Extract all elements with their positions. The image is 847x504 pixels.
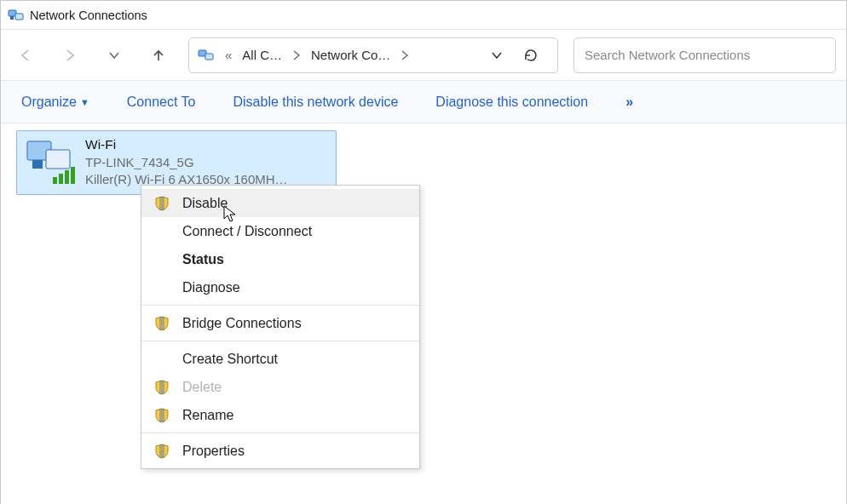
address-bar[interactable]: « All C… Network Co… (188, 37, 558, 73)
svg-rect-1 (15, 14, 23, 20)
diagnose-connection-button[interactable]: Diagnose this connection (435, 94, 588, 110)
menu-separator (141, 432, 419, 433)
svg-rect-2 (10, 16, 14, 20)
adapter-name: Wi-Fi (85, 136, 288, 154)
menu-item-connect-disconnect[interactable]: Connect / Disconnect (141, 217, 419, 245)
breadcrumb-seg-2[interactable]: Network Co… (309, 48, 392, 62)
content-area[interactable]: Wi-Fi TP-LINK_7434_5G Killer(R) Wi-Fi 6 … (1, 123, 846, 504)
connect-to-button[interactable]: Connect To (127, 94, 196, 110)
menu-item-rename[interactable]: Rename (141, 401, 419, 429)
network-connections-window: Network Connections « All C… (0, 0, 847, 504)
window-title: Network Connections (30, 9, 147, 22)
svg-rect-6 (46, 150, 70, 169)
svg-rect-4 (205, 54, 213, 60)
shield-icon (153, 443, 170, 460)
refresh-icon (523, 48, 539, 63)
menu-item-label: Properties (182, 444, 245, 459)
menu-item-label: Diagnose (182, 280, 240, 295)
adapter-ssid: TP-LINK_7434_5G (85, 154, 288, 171)
menu-item-label: Bridge Connections (182, 316, 302, 331)
menu-item-bridge[interactable]: Bridge Connections (141, 309, 419, 337)
arrow-right-icon (62, 48, 78, 63)
organize-menu[interactable]: Organize ▼ (21, 94, 89, 110)
arrow-up-icon (151, 48, 166, 63)
breadcrumb-chevron-icon[interactable] (287, 50, 306, 60)
shield-icon (153, 315, 170, 332)
menu-item-disable[interactable]: Disable (141, 189, 419, 217)
history-dropdown-button[interactable] (100, 41, 129, 70)
adapter-icon (24, 135, 78, 189)
breadcrumb-chevron-icon[interactable] (395, 50, 414, 60)
titlebar: Network Connections (1, 1, 846, 30)
command-overflow-button[interactable]: » (625, 94, 635, 110)
back-button[interactable] (11, 41, 40, 70)
menu-item-diagnose[interactable]: Diagnose (141, 273, 419, 301)
disable-device-button[interactable]: Disable this network device (233, 94, 398, 110)
shield-icon (153, 407, 170, 424)
menu-item-label: Connect / Disconnect (182, 224, 312, 239)
menu-separator (141, 341, 419, 341)
forward-button[interactable] (55, 41, 84, 70)
refresh-button[interactable] (523, 48, 552, 63)
organize-label: Organize (21, 94, 77, 110)
menu-separator (141, 305, 419, 306)
menu-item-status[interactable]: Status (141, 245, 419, 273)
shield-icon (153, 195, 170, 212)
search-box[interactable] (573, 37, 836, 73)
shield-icon (153, 379, 170, 396)
svg-rect-10 (65, 170, 69, 184)
menu-item-label: Disable (182, 196, 228, 211)
svg-rect-9 (59, 174, 63, 184)
menu-item-label: Status (182, 252, 224, 267)
context-menu: Disable Connect / Disconnect Status Diag… (141, 185, 420, 469)
chevron-down-icon (108, 49, 120, 61)
menu-item-label: Create Shortcut (182, 352, 278, 367)
menu-item-delete: Delete (141, 373, 419, 401)
svg-rect-7 (32, 160, 43, 169)
svg-rect-8 (53, 177, 57, 184)
menu-item-label: Rename (182, 408, 233, 423)
app-icon (8, 8, 25, 23)
address-dropdown-button[interactable] (491, 49, 520, 61)
breadcrumb-seg-1[interactable]: All C… (240, 48, 284, 62)
menu-item-create-shortcut[interactable]: Create Shortcut (141, 345, 419, 373)
command-bar: Organize ▼ Connect To Disable this netwo… (1, 81, 846, 123)
adapter-labels: Wi-Fi TP-LINK_7434_5G Killer(R) Wi-Fi 6 … (85, 135, 288, 188)
caret-down-icon: ▼ (80, 97, 89, 107)
search-input[interactable] (583, 47, 827, 63)
arrow-left-icon (18, 48, 33, 63)
menu-item-label: Delete (182, 380, 222, 395)
nav-row: « All C… Network Co… (1, 30, 846, 81)
breadcrumb-ellipsis[interactable]: « (220, 48, 237, 62)
up-button[interactable] (144, 41, 173, 70)
chevron-down-icon (491, 49, 503, 61)
menu-item-properties[interactable]: Properties (141, 437, 419, 465)
svg-rect-11 (71, 167, 75, 184)
location-icon (198, 48, 216, 63)
